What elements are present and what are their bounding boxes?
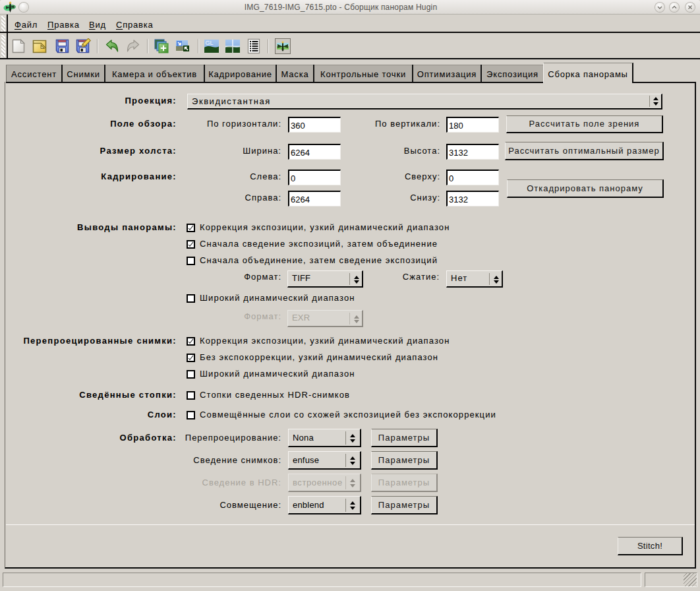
svg-text:GL: GL: [206, 40, 214, 46]
